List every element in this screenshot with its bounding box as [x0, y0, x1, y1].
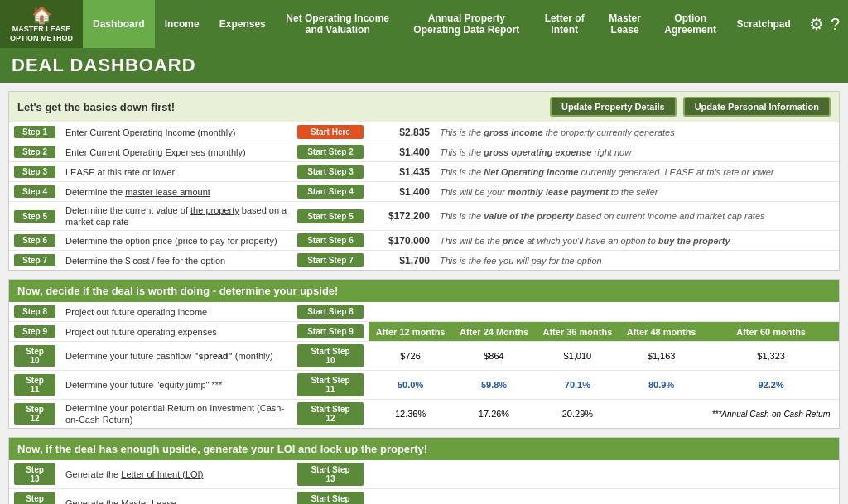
section-basics: Let's get the basics down first! Update … [8, 91, 840, 271]
table-row: Step 13 Generate the Letter of Intent (L… [9, 460, 839, 489]
step14-button[interactable]: Start Step 14 [297, 492, 364, 504]
step13-button[interactable]: Start Step 13 [297, 463, 364, 486]
section2-title: Now, decide if the deal is worth doing -… [17, 285, 338, 297]
table-row: Step 3 LEASE at this rate or lower Start… [9, 162, 839, 182]
step4-desc: Determine the master lease amount [65, 187, 210, 197]
help-icon[interactable]: ? [831, 15, 840, 34]
step12-badge: Step 12 [14, 403, 55, 425]
step11-badge: Step 11 [14, 374, 55, 396]
step12-note: ***Annual Cash-on-Cash Return [703, 400, 839, 429]
table-row: Step 11 Determine your future "equity ju… [9, 371, 839, 400]
step10-val-60: $1,323 [703, 342, 839, 371]
step11-desc: Determine your future "equity jump" *** [65, 380, 222, 390]
nav-letter-of-intent[interactable]: Letter of Intent [533, 0, 595, 48]
step14-badge: Step 14 [14, 492, 55, 504]
step8-desc: Project out future operating income [65, 307, 207, 317]
nav-net-operating[interactable]: Net Operating Income and Valuation [276, 0, 400, 48]
step11-button[interactable]: Start Step 11 [297, 373, 364, 396]
logo-text: MASTER LEASEOPTION METHOD [10, 25, 73, 43]
step2-value: $1,400 [399, 146, 430, 158]
step9-desc: Project out future operating expenses [65, 327, 217, 337]
table-row: Step 12 Determine your potential Return … [9, 400, 839, 429]
step4-value: $1,400 [399, 186, 430, 198]
step12-val-12: 12.36% [369, 400, 452, 429]
step8-button[interactable]: Start Step 8 [297, 305, 364, 319]
step4-badge: Step 4 [14, 185, 55, 198]
step2-desc: Enter Current Operating Expenses (monthl… [65, 147, 246, 157]
step7-desc: Determine the $ cost / fee for the optio… [65, 256, 225, 266]
step5-badge: Step 5 [14, 210, 55, 223]
month-header-60: After 60 months [703, 322, 839, 342]
step1-button[interactable]: Start Here [297, 125, 364, 139]
nav-income[interactable]: Income [155, 0, 210, 48]
step6-desc: Determine the option price (price to pay… [65, 236, 277, 246]
table-row: Step 14 Generate the Master Lease Start … [9, 489, 839, 505]
section3-table: Step 13 Generate the Letter of Intent (L… [9, 460, 839, 504]
step12-val-36: 20.29% [536, 400, 619, 429]
step6-badge: Step 6 [14, 234, 55, 247]
nav-annual-report[interactable]: Annual Property Operating Data Report [400, 0, 533, 48]
nav-icon-area: ⚙ ? [801, 0, 848, 48]
section3-header: Now, if the deal has enough upside, gene… [9, 438, 839, 460]
table-row: Step 8 Project out future operating inco… [9, 302, 839, 322]
step7-badge: Step 7 [14, 254, 55, 266]
step9-button[interactable]: Start Step 9 [297, 324, 364, 338]
step10-val-12: $726 [369, 342, 452, 371]
step13-desc: Generate the Letter of Intent (LOI) [65, 469, 203, 479]
step10-val-36: $1,010 [536, 342, 619, 371]
step11-val-24: 59.8% [452, 371, 536, 400]
table-row: Step 5 Determine the current value of th… [9, 202, 839, 231]
nav-scratchpad[interactable]: Scratchpad [727, 0, 801, 48]
nav-master-lease[interactable]: Master Lease [595, 0, 653, 48]
table-row: Step 1 Enter Current Operating Income (m… [9, 122, 839, 142]
step1-badge: Step 1 [14, 126, 55, 138]
step5-button[interactable]: Start Step 5 [297, 209, 364, 223]
update-property-button[interactable]: Update Property Details [550, 97, 677, 117]
section-upside: Now, decide if the deal is worth doing -… [8, 279, 840, 429]
logo-icon: 🏠 [31, 5, 52, 25]
nav-expenses[interactable]: Expenses [210, 0, 276, 48]
month-header-24: After 24 Months [452, 322, 536, 342]
step11-val-36: 70.1% [536, 371, 619, 400]
update-personal-button[interactable]: Update Personal Information [683, 97, 831, 117]
step1-note: This is the gross income the property cu… [440, 127, 675, 137]
step10-val-48: $1,163 [619, 342, 703, 371]
step3-button[interactable]: Start Step 3 [297, 165, 364, 179]
nav-option-agreement[interactable]: Option Agreement [654, 0, 727, 48]
step7-note: This is the fee you will pay for the opt… [440, 256, 602, 266]
step7-value: $1,700 [399, 255, 430, 266]
month-header-48: After 48 months [619, 322, 703, 342]
step5-note: This is the value of the property based … [440, 211, 765, 221]
step14-desc: Generate the Master Lease [65, 498, 176, 504]
step11-val-48: 80.9% [619, 371, 703, 400]
step4-button[interactable]: Start Step 4 [297, 185, 364, 199]
step6-value: $170,000 [388, 235, 430, 247]
month-header-12: After 12 months [369, 322, 452, 342]
step3-badge: Step 3 [14, 166, 55, 178]
table-row: Step 4 Determine the master lease amount… [9, 182, 839, 202]
table-row: Step 2 Enter Current Operating Expenses … [9, 142, 839, 162]
section2-table: Step 8 Project out future operating inco… [9, 302, 839, 428]
step4-note: This will be your monthly lease payment … [440, 187, 658, 197]
step3-value: $1,435 [399, 166, 430, 178]
step12-button[interactable]: Start Step 12 [297, 402, 364, 425]
step3-desc: LEASE at this rate or lower [65, 167, 175, 177]
step2-button[interactable]: Start Step 2 [297, 145, 364, 159]
month-header-36: After 36 months [536, 322, 619, 342]
step9-badge: Step 9 [14, 325, 55, 338]
section1-buttons: Update Property Details Update Personal … [550, 97, 831, 117]
step12-desc: Determine your potential Return on Inves… [65, 403, 284, 425]
nav-dashboard[interactable]: Dashboard [83, 0, 155, 48]
step7-button[interactable]: Start Step 7 [297, 253, 364, 267]
step12-val-48 [619, 400, 703, 429]
step10-desc: Determine your future cashflow "spread" … [65, 351, 273, 361]
step2-note: This is the gross operating expense righ… [440, 147, 631, 157]
settings-icon[interactable]: ⚙ [809, 14, 824, 34]
step10-button[interactable]: Start Step 10 [297, 344, 364, 367]
nav-items: Dashboard Income Expenses Net Operating … [83, 0, 801, 48]
section1-table: Step 1 Enter Current Operating Income (m… [9, 122, 839, 270]
step2-badge: Step 2 [14, 146, 55, 158]
step5-value: $172,200 [388, 210, 430, 222]
step6-button[interactable]: Start Step 6 [297, 233, 364, 247]
section1-title: Let's get the basics down first! [17, 101, 175, 113]
